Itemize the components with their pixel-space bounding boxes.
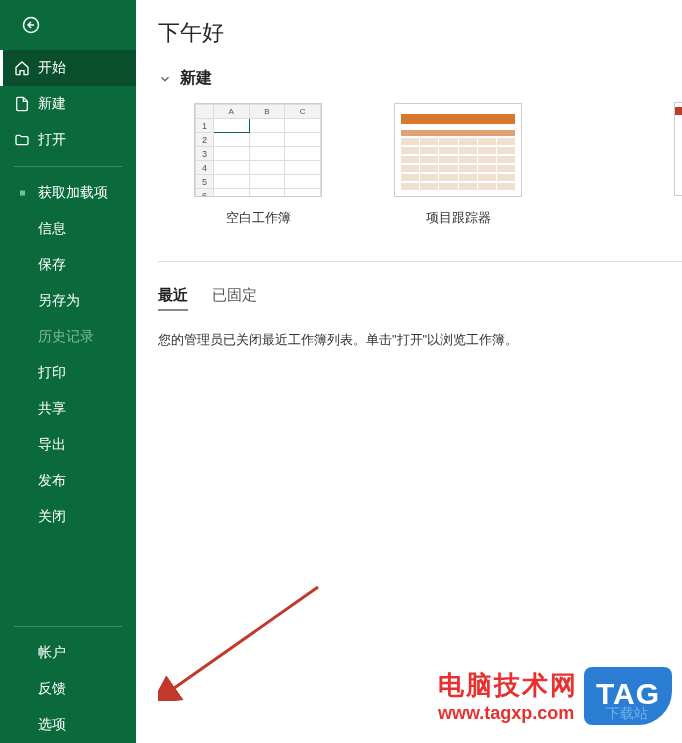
sidebar: 开始 新建 打开 获取加载项 信息 保存 另存为 历史记录 打印 共享 导出 发… bbox=[0, 0, 136, 743]
template-blank-workbook[interactable]: ABC 1 2 3 4 5 6 空白工作簿 bbox=[188, 103, 328, 227]
watermark-url: www.tagxp.com bbox=[438, 703, 578, 724]
nav-label: 信息 bbox=[38, 220, 66, 238]
nav-export[interactable]: 导出 bbox=[0, 427, 136, 463]
nav-get-addins[interactable]: 获取加载项 bbox=[0, 175, 136, 211]
template-label: 项目跟踪器 bbox=[388, 209, 528, 227]
nav-label: 帐户 bbox=[38, 644, 66, 662]
nav-label: 打开 bbox=[38, 131, 66, 149]
watermark: 电脑技术网 www.tagxp.com TAG 下载站 bbox=[438, 667, 672, 725]
home-icon bbox=[14, 60, 30, 76]
nav-account[interactable]: 帐户 bbox=[0, 635, 136, 671]
nav-home[interactable]: 开始 bbox=[0, 50, 136, 86]
nav-label: 获取加载项 bbox=[38, 184, 108, 202]
document-icon bbox=[14, 96, 30, 112]
separator bbox=[14, 166, 122, 167]
greeting-title: 下午好 bbox=[158, 18, 682, 48]
template-list: ABC 1 2 3 4 5 6 空白工作簿 bbox=[188, 103, 682, 227]
nav-publish[interactable]: 发布 bbox=[0, 463, 136, 499]
svg-line-1 bbox=[170, 587, 318, 691]
nav-label: 共享 bbox=[38, 400, 66, 418]
template-thumb bbox=[394, 103, 522, 197]
nav-label: 打印 bbox=[38, 364, 66, 382]
nav-options[interactable]: 选项 bbox=[0, 707, 136, 743]
nav-label: 选项 bbox=[38, 716, 66, 734]
nav-share[interactable]: 共享 bbox=[0, 391, 136, 427]
nav-label: 历史记录 bbox=[38, 328, 94, 346]
nav-saveas[interactable]: 另存为 bbox=[0, 283, 136, 319]
nav-info[interactable]: 信息 bbox=[0, 211, 136, 247]
nav-label: 开始 bbox=[38, 59, 66, 77]
recent-tabs: 最近 已固定 bbox=[158, 286, 682, 311]
recent-message: 您的管理员已关闭最近工作簿列表。单击"打开"以浏览工作簿。 bbox=[158, 331, 682, 349]
nav-label: 导出 bbox=[38, 436, 66, 454]
template-partial[interactable] bbox=[674, 102, 682, 196]
nav-label: 保存 bbox=[38, 256, 66, 274]
template-thumb: ABC 1 2 3 4 5 6 bbox=[194, 103, 322, 197]
template-label: 空白工作簿 bbox=[188, 209, 328, 227]
chevron-down-icon bbox=[158, 72, 172, 86]
annotation-arrow bbox=[158, 581, 328, 701]
section-title: 新建 bbox=[180, 68, 212, 89]
template-project-tracker[interactable]: 项目跟踪器 bbox=[388, 103, 528, 227]
watermark-sub: 下载站 bbox=[606, 705, 648, 723]
back-button[interactable] bbox=[10, 4, 52, 46]
divider bbox=[158, 261, 682, 262]
tab-pinned[interactable]: 已固定 bbox=[212, 286, 257, 311]
nav-label: 发布 bbox=[38, 472, 66, 490]
folder-icon bbox=[14, 132, 30, 148]
nav-new[interactable]: 新建 bbox=[0, 86, 136, 122]
nav-print[interactable]: 打印 bbox=[0, 355, 136, 391]
nav-close[interactable]: 关闭 bbox=[0, 499, 136, 535]
nav-feedback[interactable]: 反馈 bbox=[0, 671, 136, 707]
nav-label: 关闭 bbox=[38, 508, 66, 526]
nav-label: 新建 bbox=[38, 95, 66, 113]
nav-history: 历史记录 bbox=[0, 319, 136, 355]
nav-save[interactable]: 保存 bbox=[0, 247, 136, 283]
main-panel: 下午好 新建 ABC 1 2 3 4 5 6 空白工作簿 bbox=[136, 0, 682, 743]
separator bbox=[14, 626, 122, 627]
nav-label: 反馈 bbox=[38, 680, 66, 698]
section-new-header[interactable]: 新建 bbox=[158, 68, 682, 89]
back-arrow-icon bbox=[22, 16, 40, 34]
watermark-title: 电脑技术网 bbox=[438, 668, 578, 703]
tab-recent[interactable]: 最近 bbox=[158, 286, 188, 311]
nav-open[interactable]: 打开 bbox=[0, 122, 136, 158]
nav-label: 另存为 bbox=[38, 292, 80, 310]
